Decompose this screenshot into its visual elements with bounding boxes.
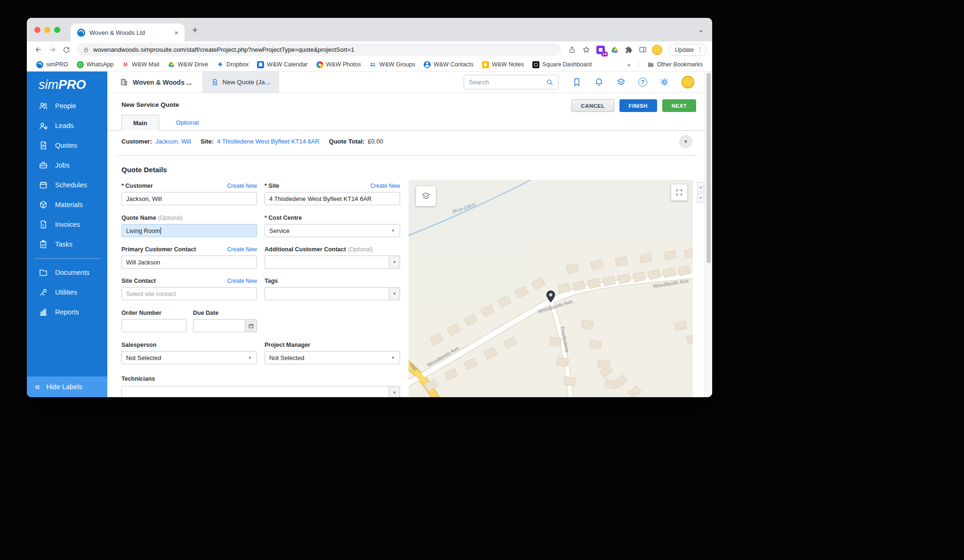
- reload-button[interactable]: [60, 44, 73, 56]
- sidebar-item-schedules[interactable]: Schedules: [27, 175, 107, 195]
- summary-site-link[interactable]: 4 Thistledene West Byfleet KT14 6AR: [217, 138, 320, 145]
- bookmark-drive[interactable]: W&W Drive: [164, 60, 212, 70]
- site-input[interactable]: [265, 192, 400, 205]
- sidebar-item-documents[interactable]: Documents: [27, 263, 107, 282]
- tab-main[interactable]: Main: [121, 115, 159, 131]
- other-bookmarks[interactable]: Other Bookmarks: [643, 60, 707, 70]
- extension-tag-icon[interactable]: 14: [594, 44, 607, 56]
- cost-centre-select[interactable]: Service ▼: [265, 224, 400, 237]
- bookmarks-overflow-icon[interactable]: »: [625, 61, 634, 68]
- back-button[interactable]: [32, 44, 45, 56]
- browser-tab[interactable]: Woven & Woods Ltd ×: [71, 24, 185, 41]
- bookmark-dropbox[interactable]: Dropbox: [213, 60, 252, 70]
- profile-avatar[interactable]: [651, 44, 664, 56]
- create-site-link[interactable]: Create New: [370, 183, 400, 189]
- side-panel-icon[interactable]: [636, 44, 650, 56]
- primary-contact-input[interactable]: [121, 256, 257, 269]
- next-button[interactable]: NEXT: [662, 99, 696, 112]
- bookmark-star-icon[interactable]: [580, 44, 593, 56]
- zoom-window-button[interactable]: [54, 27, 60, 33]
- sidebar-item-tasks[interactable]: Tasks: [27, 234, 107, 254]
- settings-gear-icon[interactable]: [659, 77, 669, 87]
- notifications-bell-icon[interactable]: [594, 77, 604, 87]
- open-quote-tab[interactable]: New Quote (Ja...: [202, 72, 279, 93]
- inner-scrollbar[interactable]: ▲ ▼: [697, 182, 704, 203]
- bookmark-calendar[interactable]: W&W Calendar: [253, 60, 311, 70]
- minimize-window-button[interactable]: [44, 27, 50, 33]
- bookmark-contacts[interactable]: W&W Contacts: [420, 60, 477, 70]
- desktop: { "browser": { "tab_title": "Woven & Woo…: [0, 0, 964, 560]
- drive-extension-icon[interactable]: [608, 44, 621, 56]
- project-manager-select[interactable]: Not Selected ▼: [265, 351, 400, 364]
- scroll-up-icon[interactable]: ▲: [697, 182, 704, 192]
- quote-name-input[interactable]: Living Room: [121, 224, 257, 237]
- tab-close-icon[interactable]: ×: [173, 29, 180, 37]
- extensions-puzzle-icon[interactable]: [622, 44, 635, 56]
- scroll-down-icon[interactable]: ▼: [697, 193, 704, 203]
- sidebar-item-invoices[interactable]: £ Invoices: [27, 215, 107, 234]
- bookmark-simpro[interactable]: simPRO: [32, 60, 72, 70]
- address-bar[interactable]: wovenandwoods.simprosuite.com/staff/crea…: [77, 43, 561, 56]
- additional-contact-select[interactable]: ▼: [265, 256, 400, 269]
- new-tab-button[interactable]: +: [192, 25, 198, 35]
- hide-labels-button[interactable]: « Hide Labels: [27, 376, 107, 397]
- global-search-input[interactable]: Search: [464, 75, 559, 89]
- share-icon[interactable]: [566, 44, 579, 56]
- bookmark-photos[interactable]: W&W Photos: [313, 60, 365, 70]
- sidebar-item-jobs[interactable]: Jobs: [27, 155, 107, 175]
- chevron-down-icon: ▼: [387, 352, 399, 364]
- finish-button[interactable]: FINISH: [619, 99, 657, 112]
- calendar-picker-icon[interactable]: [245, 319, 257, 332]
- page-scrollbar[interactable]: [705, 72, 712, 397]
- bookmark-flag-icon[interactable]: [572, 77, 582, 87]
- map-layers-control[interactable]: [416, 186, 436, 206]
- people-icon: [39, 101, 48, 111]
- company-switcher[interactable]: Woven & Woods ...: [107, 72, 202, 93]
- create-customer-link[interactable]: Create New: [227, 183, 257, 189]
- bookmark-groups[interactable]: W&W Groups: [366, 60, 419, 70]
- tab-optional[interactable]: Optional: [176, 114, 199, 130]
- url-text: wovenandwoods.simprosuite.com/staff/crea…: [93, 46, 354, 53]
- reports-icon: [39, 307, 48, 317]
- tags-select[interactable]: ▼: [265, 287, 400, 300]
- quote-summary-bar: Customer: Jackson, Will Site: 4 Thistled…: [121, 138, 662, 145]
- scrollbar-thumb[interactable]: [707, 73, 711, 263]
- user-avatar[interactable]: [682, 76, 694, 88]
- bookmark-mail[interactable]: W&W Mail: [118, 60, 163, 70]
- cancel-button[interactable]: CANCEL: [571, 99, 614, 112]
- order-number-input[interactable]: [121, 319, 186, 332]
- create-contact-link[interactable]: Create New: [227, 246, 257, 253]
- bookmark-square-dashboard[interactable]: Square Dashboard: [529, 60, 595, 70]
- map-fullscreen-control[interactable]: [671, 184, 687, 200]
- layers-icon[interactable]: [616, 77, 626, 87]
- bookmark-whatsapp[interactable]: WhatsApp: [73, 60, 118, 70]
- customer-input[interactable]: [121, 192, 257, 205]
- technicians-select[interactable]: ▼: [121, 386, 400, 397]
- create-site-contact-link[interactable]: Create New: [227, 278, 257, 284]
- site-map[interactable]: Rive-Ditch Woodlands Ave. Woodlands Ave.…: [409, 180, 693, 397]
- chevron-down-icon: ▼: [244, 352, 256, 364]
- sidebar-item-leads[interactable]: Leads: [27, 116, 107, 136]
- chrome-update-button[interactable]: Update ⋮: [668, 44, 707, 56]
- forward-button[interactable]: [46, 44, 59, 56]
- due-date-input[interactable]: [193, 319, 257, 332]
- site-contact-input[interactable]: [121, 287, 257, 300]
- svg-text:£: £: [42, 223, 45, 227]
- sidebar-item-reports[interactable]: Reports: [27, 302, 107, 322]
- sidebar-item-utilities[interactable]: Utilities: [27, 282, 107, 302]
- bookmark-notes[interactable]: W&W Notes: [478, 60, 528, 70]
- browser-toolbar: wovenandwoods.simprosuite.com/staff/crea…: [27, 41, 712, 58]
- tab-list-chevron-icon[interactable]: ⌄: [698, 26, 704, 33]
- quote-total-value: £0.00: [368, 138, 383, 145]
- sidebar-item-people[interactable]: People: [27, 96, 107, 116]
- summary-expand-button[interactable]: ▼: [679, 135, 692, 148]
- search-icon[interactable]: [546, 79, 554, 86]
- help-icon[interactable]: ?: [638, 78, 647, 87]
- sidebar-item-materials[interactable]: Materials: [27, 195, 107, 215]
- browser-menu-icon[interactable]: ⋮: [697, 46, 703, 53]
- salesperson-select[interactable]: Not Selected ▼: [121, 351, 257, 364]
- summary-customer-link[interactable]: Jackson, Will: [155, 138, 191, 145]
- tags-label: Tags: [265, 278, 400, 284]
- sidebar-item-quotes[interactable]: Quotes: [27, 136, 107, 155]
- close-window-button[interactable]: [34, 27, 40, 33]
